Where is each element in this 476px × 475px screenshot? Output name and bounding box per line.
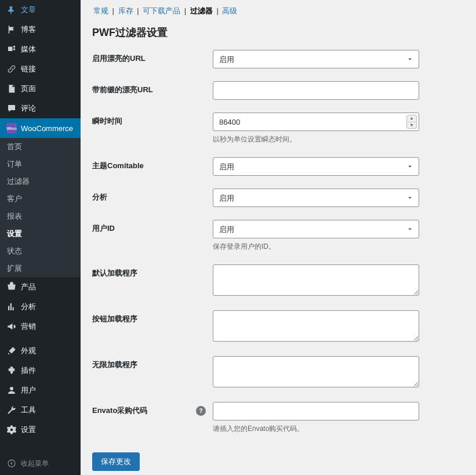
sidebar-item-label: 用户 [21,385,36,396]
link-icon [6,63,17,75]
sidebar-item-users[interactable]: 用户 [0,380,81,400]
sidebar-item-label: 媒体 [21,44,36,55]
chart-icon [6,301,17,313]
select-analytics[interactable]: 启用 [213,188,419,207]
settings-icon [6,424,17,436]
label-pretty-url: 启用漂亮的URL [92,50,213,64]
label-transient: 瞬时时间 [92,113,213,126]
sidebar-item-label: 链接 [21,64,36,74]
sidebar-item-comments[interactable]: 评论 [0,99,81,118]
submenu-item-reports[interactable]: 报表 [0,208,81,225]
label-theme-compat: 主题Comitable [92,157,213,171]
tab-downloadable[interactable]: 可下载产品 [141,6,181,15]
sidebar-item-posts[interactable]: 文章 [0,0,81,20]
help-user-id: 保存登录用户的ID。 [213,242,419,252]
spin-down[interactable]: ▼ [407,122,416,129]
sidebar-item-settings[interactable]: 设置 [0,420,81,440]
sidebar-collapse-label: 收起菜单 [21,459,49,469]
sidebar-item-label: 外观 [21,346,36,356]
select-pretty-url[interactable]: 启用 [213,50,419,68]
number-spinner[interactable]: ▲▼ [406,115,417,129]
sidebar-item-tools[interactable]: 工具 [0,400,81,420]
save-button[interactable]: 保存更改 [92,452,140,471]
section-title: PWF过滤器设置 [92,26,464,39]
sidebar-item-label: 评论 [21,103,36,114]
tab-filters[interactable]: 过滤器 [189,6,214,15]
help-transient: 以秒为单位设置瞬态时间。 [213,135,419,144]
help-icon[interactable]: ? [196,406,206,416]
label-button-loader: 按钮加载程序 [92,310,213,324]
user-icon [6,385,17,396]
sidebar-item-label: 分析 [21,302,36,312]
sidebar-item-label: 页面 [21,84,36,94]
sidebar-item-label: 营销 [21,321,36,332]
sidebar-item-analytics[interactable]: 分析 [0,297,81,317]
sidebar-item-products[interactable]: 产品 [0,277,81,297]
textarea-infinite-loader[interactable] [213,356,419,387]
brush-icon [6,345,17,357]
sidebar-item-marketing[interactable]: 营销 [0,317,81,336]
tab-general[interactable]: 常规 [92,6,110,15]
sidebar-item-label: WooCommerce [21,124,73,133]
label-default-loader: 默认加载程序 [92,264,213,278]
sidebar-item-label: 设置 [21,425,36,435]
sidebar-item-plugins[interactable]: 插件 [0,361,81,380]
plugin-icon [6,365,17,376]
submenu-item-customers[interactable]: 客户 [0,190,81,208]
sidebar-item-blog[interactable]: 博客 [0,20,81,39]
spin-up[interactable]: ▲ [407,115,416,122]
sidebar-item-appearance[interactable]: 外观 [0,341,81,361]
sidebar-collapse[interactable]: 收起菜单 [0,452,81,475]
help-envato: 请插入您的Envato购买代码。 [213,424,419,434]
sidebar-submenu: 首页 订单 过滤器 客户 报表 设置 状态 扩展 [0,138,81,277]
sidebar-item-label: 产品 [21,282,36,292]
sidebar-item-label: 工具 [21,405,36,415]
submenu-item-filters[interactable]: 过滤器 [0,173,81,190]
comment-icon [6,103,17,114]
label-analytics: 分析 [92,188,213,202]
tab-advanced[interactable]: 高级 [221,6,238,15]
submenu-item-status[interactable]: 状态 [0,242,81,260]
bullhorn-icon [6,321,17,332]
textarea-default-loader[interactable] [213,264,419,296]
submenu-item-extensions[interactable]: 扩展 [0,260,81,277]
pin-icon [6,4,17,16]
tool-icon [6,404,17,416]
input-envato[interactable] [213,402,419,420]
sidebar-item-woocommerce[interactable]: WooWooCommerce [0,118,81,138]
label-infinite-loader: 无限加载程序 [92,356,213,370]
input-transient[interactable] [213,113,419,131]
woo-icon: Woo [6,122,17,134]
sidebar-item-pages[interactable]: 页面 [0,79,81,99]
media-icon [6,43,17,55]
input-prefix-url[interactable] [213,81,419,100]
submenu-item-home[interactable]: 首页 [0,138,81,155]
settings-tabs: 常规 | 库存 | 可下载产品 | 过滤器 | 高级 [92,0,464,16]
sidebar-item-label: 文章 [21,5,36,15]
flag-icon [6,24,17,35]
sidebar-item-label: 插件 [21,365,36,376]
page-icon [6,83,17,95]
sidebar-item-label: 博客 [21,24,36,35]
collapse-icon [6,458,17,469]
sidebar-item-media[interactable]: 媒体 [0,39,81,59]
submenu-item-orders[interactable]: 订单 [0,155,81,173]
label-envato: Envato采购代码 [92,402,147,416]
select-theme-compat[interactable]: 启用 [213,157,419,176]
submenu-item-settings[interactable]: 设置 [0,225,81,242]
label-user-id: 用户ID [92,220,213,234]
select-user-id[interactable]: 启用 [213,220,419,238]
label-prefix-url: 带前缀的漂亮URL [92,81,213,95]
sidebar-item-links[interactable]: 链接 [0,59,81,79]
textarea-button-loader[interactable] [213,310,419,342]
tab-inventory[interactable]: 库存 [117,6,135,15]
product-icon [6,281,17,293]
